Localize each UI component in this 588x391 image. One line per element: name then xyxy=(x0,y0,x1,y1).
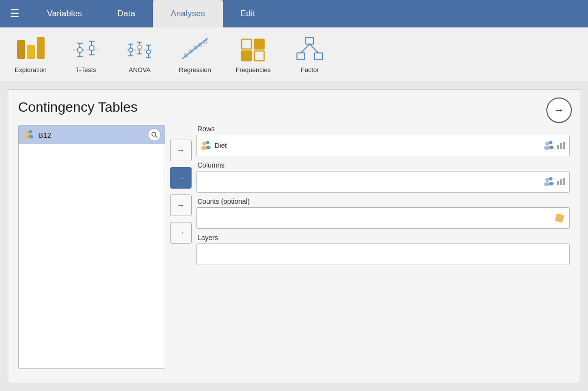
ttests-label: T-Tests xyxy=(75,66,96,73)
svg-rect-1 xyxy=(27,45,35,59)
svg-rect-35 xyxy=(306,37,314,44)
counts-label: Counts (optional) xyxy=(197,197,570,205)
layers-field-box xyxy=(196,244,570,265)
svg-point-11 xyxy=(89,46,94,50)
toolbar-item-exploration[interactable]: Exploration xyxy=(10,32,51,76)
hamburger-button[interactable]: ☰ xyxy=(4,4,25,23)
transfer-columns-button[interactable]: → xyxy=(170,167,192,189)
rows-people-icon xyxy=(544,140,555,151)
panel-title: Contingency Tables xyxy=(18,99,570,115)
nav-tabs: Variables Data Analyses Edit xyxy=(29,0,273,27)
variable-name: B12 xyxy=(38,131,51,139)
transfer-layers-button[interactable]: → xyxy=(170,222,192,244)
svg-rect-56 xyxy=(563,142,565,149)
svg-point-20 xyxy=(138,45,142,49)
svg-point-43 xyxy=(28,135,33,139)
tab-analyses[interactable]: Analyses xyxy=(153,0,223,27)
regression-icon xyxy=(180,35,210,64)
layers-field-group: Layers xyxy=(196,234,570,265)
columns-bar-icon xyxy=(557,177,565,186)
columns-field-icons xyxy=(544,176,565,187)
rows-bar-icon xyxy=(557,141,565,150)
main-content: Contingency Tables → B12 xyxy=(0,81,588,391)
svg-point-47 xyxy=(206,141,210,145)
svg-point-53 xyxy=(549,146,554,149)
svg-rect-55 xyxy=(560,143,562,149)
content-area: B12 → → → → xyxy=(18,125,570,369)
svg-point-60 xyxy=(549,182,554,186)
tab-data[interactable]: Data xyxy=(99,0,153,27)
svg-line-38 xyxy=(301,44,310,53)
exploration-icon xyxy=(16,35,46,64)
search-icon xyxy=(151,131,158,138)
frequencies-icon xyxy=(239,35,268,64)
counts-tag-icon xyxy=(554,212,565,224)
svg-rect-32 xyxy=(254,39,264,49)
toolbar-item-anova[interactable]: ANOVA xyxy=(120,32,159,76)
counts-field-box xyxy=(196,207,570,229)
transfer-buttons: → → → → xyxy=(165,125,196,369)
svg-line-45 xyxy=(155,136,157,138)
svg-rect-2 xyxy=(37,37,45,59)
toolbar: Exploration T-Tests xyxy=(0,27,588,81)
svg-point-57 xyxy=(545,178,549,182)
columns-field-group: Columns xyxy=(196,161,570,193)
transfer-counts-button[interactable]: → xyxy=(170,195,192,216)
svg-line-39 xyxy=(310,44,318,53)
svg-point-41 xyxy=(29,130,32,134)
tab-variables[interactable]: Variables xyxy=(29,0,99,27)
toolbar-item-ttests[interactable]: T-Tests xyxy=(66,32,105,76)
columns-field-box xyxy=(196,171,570,193)
svg-rect-54 xyxy=(557,145,559,149)
svg-point-16 xyxy=(129,48,133,52)
right-panel: Rows Diet xyxy=(196,125,570,369)
svg-point-58 xyxy=(549,177,553,181)
panel-arrow-button[interactable]: → xyxy=(546,98,572,123)
rows-label: Rows xyxy=(197,125,570,133)
svg-line-30 xyxy=(182,38,208,59)
svg-point-46 xyxy=(202,142,206,146)
toolbar-item-factor[interactable]: Factor xyxy=(290,32,329,76)
counts-field-group: Counts (optional) xyxy=(196,197,570,229)
anova-icon xyxy=(125,35,154,64)
svg-rect-63 xyxy=(563,178,565,185)
variable-search-button[interactable] xyxy=(148,128,161,141)
factor-label: Factor xyxy=(301,66,319,73)
variable-list: B12 xyxy=(18,125,165,369)
rows-variable-icon xyxy=(201,140,212,151)
anova-label: ANOVA xyxy=(129,66,151,73)
regression-label: Regression xyxy=(179,66,211,73)
svg-point-52 xyxy=(544,146,550,150)
svg-rect-36 xyxy=(297,53,305,60)
rows-field-icons xyxy=(544,140,565,151)
svg-rect-64 xyxy=(555,213,564,223)
rows-field-group: Rows Diet xyxy=(196,125,570,156)
svg-rect-61 xyxy=(557,181,559,185)
counts-field-icons xyxy=(554,212,565,224)
svg-rect-0 xyxy=(17,40,25,59)
top-nav: ☰ Variables Data Analyses Edit xyxy=(0,0,588,27)
exploration-label: Exploration xyxy=(15,66,47,73)
svg-point-51 xyxy=(549,141,553,145)
svg-rect-34 xyxy=(254,51,264,61)
layers-label: Layers xyxy=(197,234,570,242)
svg-point-50 xyxy=(545,142,549,146)
rows-field-content: Diet xyxy=(201,140,544,151)
variable-item-b12[interactable]: B12 xyxy=(19,125,165,144)
toolbar-item-frequencies[interactable]: Frequencies xyxy=(231,32,276,76)
tab-edit[interactable]: Edit xyxy=(223,0,273,27)
rows-value: Diet xyxy=(215,142,227,149)
factor-icon xyxy=(295,35,324,64)
svg-rect-37 xyxy=(315,53,322,60)
ttests-icon xyxy=(71,35,100,64)
svg-point-44 xyxy=(152,132,156,136)
svg-rect-62 xyxy=(560,179,562,185)
toolbar-item-regression[interactable]: Regression xyxy=(174,32,216,76)
variable-icon xyxy=(24,129,34,140)
svg-rect-33 xyxy=(242,51,251,61)
columns-people-icon xyxy=(544,176,555,187)
columns-label: Columns xyxy=(197,161,570,169)
svg-point-59 xyxy=(544,182,550,186)
transfer-rows-button[interactable]: → xyxy=(170,140,192,161)
svg-point-7 xyxy=(77,48,82,52)
